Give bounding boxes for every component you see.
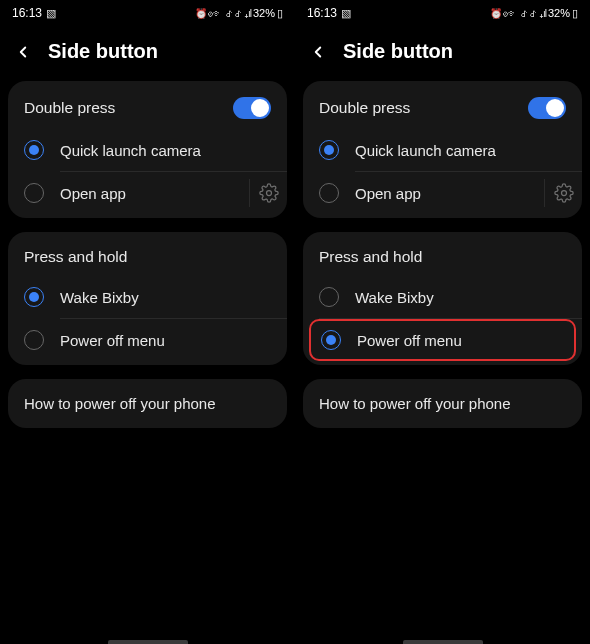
double-press-header: Double press xyxy=(303,85,582,129)
radio-icon xyxy=(319,140,339,160)
page-title: Side button xyxy=(48,40,158,63)
option-quick-launch-camera[interactable]: Quick launch camera xyxy=(303,129,582,171)
press-hold-title: Press and hold xyxy=(8,236,287,276)
option-label: Open app xyxy=(60,185,233,202)
battery-percent: 32% xyxy=(548,7,570,19)
home-indicator[interactable] xyxy=(403,640,483,644)
page-header: Side button xyxy=(295,26,590,81)
option-quick-launch-camera[interactable]: Quick launch camera xyxy=(8,129,287,171)
radio-icon xyxy=(24,140,44,160)
radio-icon xyxy=(24,183,44,203)
back-button[interactable] xyxy=(307,41,329,63)
double-press-title: Double press xyxy=(24,99,115,117)
picture-icon: ▧ xyxy=(341,7,351,20)
home-indicator[interactable] xyxy=(108,640,188,644)
option-wake-bixby[interactable]: Wake Bixby xyxy=(8,276,287,318)
option-label: Power off menu xyxy=(60,332,271,349)
option-label: Wake Bixby xyxy=(355,289,566,306)
option-open-app[interactable]: Open app xyxy=(8,172,287,214)
radio-icon xyxy=(24,330,44,350)
how-to-label: How to power off your phone xyxy=(319,395,511,412)
status-time: 16:13 xyxy=(307,6,337,20)
status-icons: ⏰ ⊘ ᯤ ꒬꒬ ₊ıl xyxy=(490,8,546,19)
double-press-title: Double press xyxy=(319,99,410,117)
option-label: Quick launch camera xyxy=(60,142,271,159)
open-app-settings[interactable] xyxy=(249,179,287,207)
press-hold-card: Press and hold Wake Bixby Power off menu xyxy=(303,232,582,365)
option-wake-bixby[interactable]: Wake Bixby xyxy=(303,276,582,318)
option-label: Quick launch camera xyxy=(355,142,566,159)
double-press-toggle[interactable] xyxy=(528,97,566,119)
double-press-toggle[interactable] xyxy=(233,97,271,119)
back-button[interactable] xyxy=(12,41,34,63)
gear-icon xyxy=(259,183,279,203)
page-title: Side button xyxy=(343,40,453,63)
status-bar: 16:13 ▧ ⏰ ⊘ ᯤ ꒬꒬ ₊ıl 32% ▯ xyxy=(0,0,295,26)
option-power-off-menu[interactable]: Power off menu xyxy=(8,319,287,361)
option-label: Power off menu xyxy=(357,332,564,349)
status-bar: 16:13 ▧ ⏰ ⊘ ᯤ ꒬꒬ ₊ıl 32% ▯ xyxy=(295,0,590,26)
svg-point-1 xyxy=(561,191,566,196)
option-label: Wake Bixby xyxy=(60,289,271,306)
open-app-settings[interactable] xyxy=(544,179,582,207)
how-to-power-off[interactable]: How to power off your phone xyxy=(303,379,582,428)
radio-icon xyxy=(319,183,339,203)
option-open-app[interactable]: Open app xyxy=(303,172,582,214)
gear-icon xyxy=(554,183,574,203)
screen-left: 16:13 ▧ ⏰ ⊘ ᯤ ꒬꒬ ₊ıl 32% ▯ Side button D… xyxy=(0,0,295,644)
how-to-label: How to power off your phone xyxy=(24,395,216,412)
svg-point-0 xyxy=(266,191,271,196)
status-time: 16:13 xyxy=(12,6,42,20)
press-hold-title: Press and hold xyxy=(303,236,582,276)
screen-right: 16:13 ▧ ⏰ ⊘ ᯤ ꒬꒬ ₊ıl 32% ▯ Side button D… xyxy=(295,0,590,644)
page-header: Side button xyxy=(0,26,295,81)
battery-icon: ▯ xyxy=(277,7,283,20)
option-power-off-menu[interactable]: Power off menu xyxy=(309,319,576,361)
picture-icon: ▧ xyxy=(46,7,56,20)
radio-icon xyxy=(321,330,341,350)
status-icons: ⏰ ⊘ ᯤ ꒬꒬ ₊ıl xyxy=(195,8,251,19)
radio-icon xyxy=(24,287,44,307)
how-to-power-off[interactable]: How to power off your phone xyxy=(8,379,287,428)
double-press-header: Double press xyxy=(8,85,287,129)
battery-percent: 32% xyxy=(253,7,275,19)
option-label: Open app xyxy=(355,185,528,202)
press-hold-card: Press and hold Wake Bixby Power off menu xyxy=(8,232,287,365)
battery-icon: ▯ xyxy=(572,7,578,20)
double-press-card: Double press Quick launch camera Open ap… xyxy=(8,81,287,218)
double-press-card: Double press Quick launch camera Open ap… xyxy=(303,81,582,218)
radio-icon xyxy=(319,287,339,307)
